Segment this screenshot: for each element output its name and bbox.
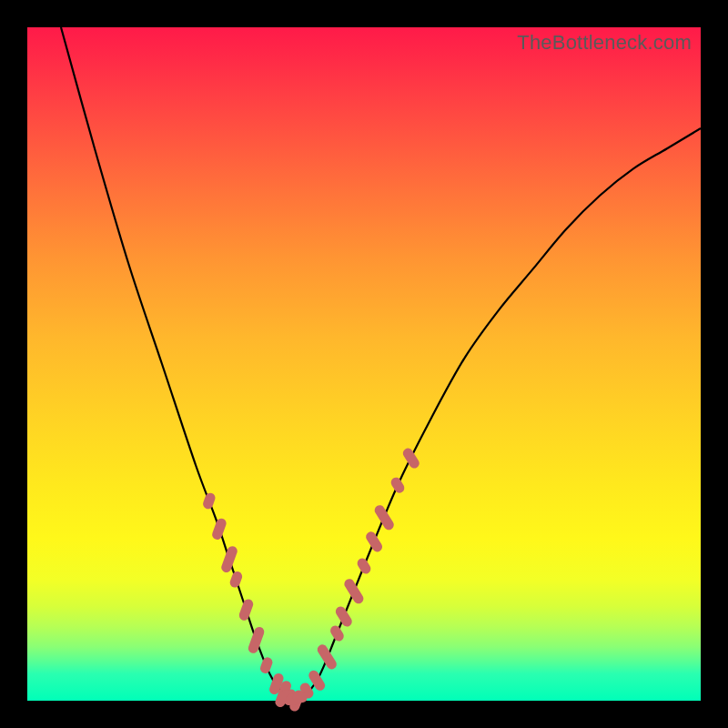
chart-plot-area: TheBottleneck.com [27,27,701,701]
data-marker [238,598,255,622]
data-marker [202,491,217,511]
data-marker [220,545,239,574]
data-marker [389,476,407,495]
data-marker [364,530,384,553]
data-marker [401,447,421,470]
bottleneck-curve-path [61,27,701,702]
data-marker [342,577,365,605]
marker-layer [202,447,421,713]
bottleneck-curve-svg [27,27,701,701]
data-marker [228,570,243,589]
data-marker [334,604,354,628]
data-marker [356,556,373,575]
data-marker [258,656,273,675]
data-marker [329,623,346,642]
data-marker [293,692,308,703]
data-marker [373,503,396,531]
data-marker [316,642,339,671]
data-marker [211,517,228,541]
data-marker [247,625,266,654]
